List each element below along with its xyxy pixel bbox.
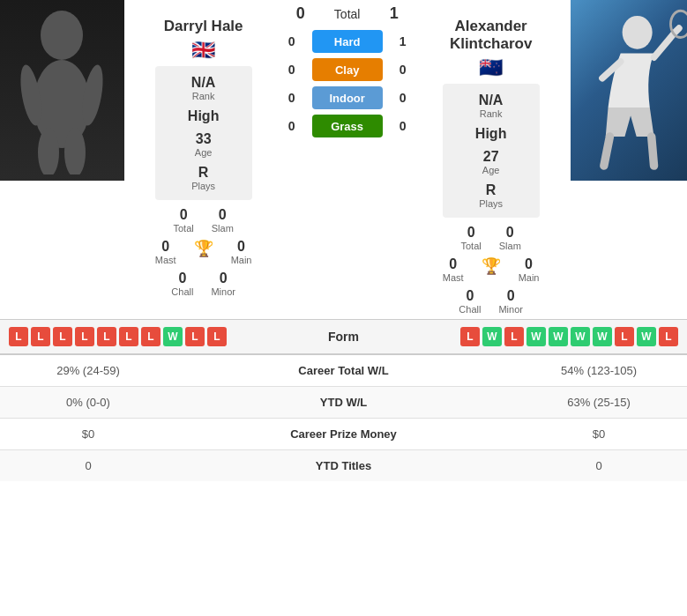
- form-badge-6: W: [593, 327, 612, 346]
- player2-main-item: 0 Main: [519, 256, 540, 283]
- player1-rank-value: N/A: [191, 75, 216, 91]
- player1-rank-label: Rank: [192, 91, 215, 101]
- surface-p1-score-1: 0: [279, 63, 305, 77]
- player1-plays-value: R: [198, 165, 209, 181]
- player2-mast-item: 0 Mast: [443, 256, 464, 283]
- svg-point-7: [622, 15, 652, 48]
- player1-below-stats: 0 Total 0 Slam 0 Mast 🏆 0: [155, 207, 252, 297]
- player2-main-label: Main: [519, 272, 540, 283]
- stat-center-label-3: YTD Titles: [176, 450, 511, 482]
- player1-main-item: 0 Main: [231, 239, 252, 265]
- player2-chall-label: Chall: [459, 304, 481, 315]
- surface-btn-indoor: Indoor: [312, 86, 383, 109]
- player2-slam-item: 0 Slam: [499, 225, 521, 251]
- player1-slam-label: Slam: [212, 223, 234, 234]
- player2-mast-value: 0: [449, 256, 457, 272]
- form-badge-2: L: [504, 327, 524, 346]
- player1-photo: [0, 0, 124, 181]
- surface-row-grass: 0 Grass 0: [279, 112, 416, 140]
- player1-slam-value: 0: [219, 207, 227, 223]
- stat-p2-val-0: 54% (123-105): [511, 355, 687, 387]
- player1-name-area: Darryl Hale 🇬🇧: [164, 4, 243, 62]
- player2-name: Alexander Klintcharov: [421, 18, 562, 53]
- surface-row-clay: 0 Clay 0: [279, 56, 416, 84]
- form-badges-player2: LWLWWWWLWL: [460, 327, 678, 346]
- player1-high-item: High: [188, 108, 220, 124]
- main-container: Darryl Hale 🇬🇧 N/A Rank High 33 Age R: [0, 0, 687, 481]
- surface-row-hard: 0 Hard 1: [279, 27, 416, 56]
- stat-p2-val-3: 0: [511, 450, 687, 482]
- player2-total-value: 0: [467, 225, 475, 241]
- player2-mast-label: Mast: [443, 272, 464, 283]
- player1-total-value: 0: [180, 207, 188, 223]
- form-badge-0: L: [9, 327, 28, 346]
- player2-chall-item: 0 Chall: [459, 288, 481, 315]
- player2-minor-item: 0 Minor: [498, 288, 523, 315]
- player1-flag: 🇬🇧: [191, 39, 215, 62]
- player1-total-item: 0 Total: [173, 207, 193, 234]
- player2-below-stats: 0 Total 0 Slam 0 Mast 🏆 0: [443, 225, 540, 315]
- player1-stats-card: N/A Rank High 33 Age R Plays: [155, 66, 252, 200]
- player1-rank-item: N/A Rank: [191, 75, 216, 101]
- stat-p1-val-2: $0: [0, 419, 176, 450]
- player2-stats-card: N/A Rank High 27 Age R Plays: [443, 84, 540, 218]
- player1-minor-item: 0 Minor: [211, 271, 235, 297]
- center-stats: 0 Total 1 0 Hard 1 0 Clay 0 0 Indoor 0 0…: [279, 0, 416, 319]
- player2-age-value: 27: [483, 149, 499, 165]
- stat-p1-val-0: 29% (24-59): [0, 355, 176, 387]
- form-badge-4: L: [97, 327, 116, 346]
- stat-center-label-2: Career Prize Money: [176, 419, 511, 450]
- player1-trophy-icon: 🏆: [194, 239, 213, 265]
- player2-high-item: High: [475, 126, 507, 142]
- player2-stats-row1: 0 Total 0 Slam: [443, 225, 540, 251]
- form-badge-0: L: [460, 327, 480, 346]
- player1-minor-label: Minor: [211, 286, 235, 297]
- form-label: Form: [300, 330, 388, 344]
- form-badge-1: W: [482, 327, 502, 346]
- form-badge-8: L: [185, 327, 205, 346]
- surface-btn-clay: Clay: [312, 58, 383, 81]
- surface-btn-grass: Grass: [312, 115, 383, 137]
- player2-slam-value: 0: [506, 225, 514, 241]
- stat-center-label-0: Career Total W/L: [176, 355, 511, 387]
- form-badge-6: L: [141, 327, 161, 346]
- player1-age-label: Age: [195, 147, 213, 158]
- player1-age-item: 33 Age: [195, 131, 213, 158]
- surface-p2-score-2: 0: [390, 91, 416, 105]
- form-section: LLLLLLLWLL Form LWLWWWWLWL: [0, 319, 687, 354]
- player1-plays-item: R Plays: [191, 165, 215, 191]
- svg-point-0: [41, 11, 83, 60]
- player1-slam-item: 0 Slam: [212, 207, 234, 234]
- player2-flag: 🇳🇿: [479, 56, 503, 79]
- player1-stats-row3: 0 Chall 0 Minor: [155, 271, 252, 297]
- surface-p2-score-1: 0: [390, 63, 416, 77]
- form-badges-player1: LLLLLLLWLL: [9, 327, 227, 346]
- surface-p2-score-0: 1: [390, 34, 416, 48]
- stats-table-body: 29% (24-59) Career Total W/L 54% (123-10…: [0, 355, 687, 482]
- stat-p1-val-1: 0% (0-0): [0, 387, 176, 419]
- player1-chall-value: 0: [178, 271, 186, 286]
- surface-p1-score-3: 0: [279, 119, 305, 133]
- player1-stats-row2: 0 Mast 🏆 0 Main: [155, 239, 252, 265]
- player2-minor-value: 0: [507, 288, 515, 304]
- player1-high-value: High: [188, 108, 220, 124]
- total-p1-score: 0: [287, 4, 314, 23]
- form-badge-2: L: [53, 327, 72, 346]
- stat-p2-val-1: 63% (25-15): [511, 387, 687, 419]
- surface-btn-hard: Hard: [312, 30, 383, 53]
- player2-chall-value: 0: [466, 288, 474, 304]
- player2-total-item: 0 Total: [460, 225, 481, 251]
- form-badge-9: L: [207, 327, 227, 346]
- player2-rank-item: N/A Rank: [479, 93, 504, 119]
- form-badge-7: W: [163, 327, 183, 346]
- player2-plays-label: Plays: [479, 198, 503, 209]
- stat-p1-val-3: 0: [0, 450, 176, 482]
- player2-age-label: Age: [482, 165, 500, 175]
- player1-plays-label: Plays: [191, 181, 215, 191]
- stats-table-row: 0 YTD Titles 0: [0, 450, 687, 482]
- form-badge-8: W: [637, 327, 656, 346]
- player2-plays-item: R Plays: [479, 182, 503, 209]
- total-label: Total: [321, 7, 374, 21]
- surface-rows: 0 Hard 1 0 Clay 0 0 Indoor 0 0 Grass 0: [279, 27, 416, 140]
- player1-chall-label: Chall: [171, 286, 193, 297]
